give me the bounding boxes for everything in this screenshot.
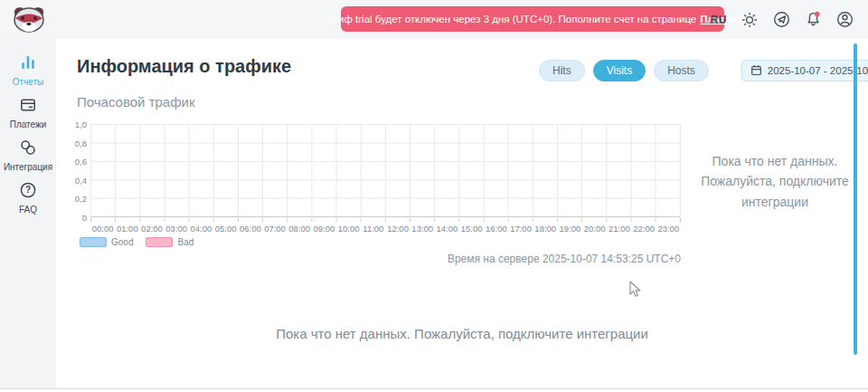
bottom-empty-message: Пока что нет данных. Пожалуйста, подключ… [56, 326, 868, 341]
traffic-controls: Hits Visits Hosts 2025-10-07 - 2025-10-0… [539, 60, 868, 81]
x-tick-label: 17:00 [508, 224, 533, 234]
sidebar-item-label: FAQ [19, 205, 37, 215]
x-axis-labels: 00:0001:0002:0003:0004:0005:0006:0007:00… [90, 224, 681, 234]
sidebar: Отчеты Платежи Интеграция [0, 39, 56, 388]
integration-link-icon [19, 139, 37, 160]
date-range-picker[interactable]: 2025-10-07 - 2025-10-07 [741, 60, 868, 81]
language-selector[interactable]: RU [711, 14, 727, 26]
x-tick-label: 13:00 [410, 224, 435, 234]
legend-item: Good [80, 237, 133, 247]
payments-card-icon [19, 96, 37, 118]
server-time-label: Время на сервере 2025-10-07 14:53:25 UTC… [77, 253, 681, 265]
y-tick-label: 0,2 [75, 194, 87, 204]
sidebar-item-label: Интеграция [4, 162, 52, 172]
app-logo-raccoon-icon[interactable] [12, 4, 46, 34]
chart-plot-area [90, 124, 681, 217]
notification-dot [815, 12, 820, 17]
y-axis-labels: 1,00,80,60,40,20 [73, 124, 89, 217]
x-tick-label: 15:00 [459, 224, 484, 234]
x-tick-label: 02:00 [139, 224, 164, 234]
x-tick-label: 08:00 [288, 224, 312, 234]
legend-swatch [146, 237, 173, 247]
y-tick-label: 0,8 [75, 138, 87, 148]
faq-question-icon: ? [19, 181, 37, 203]
top-header: Тариф trial будет отключен через 3 дня (… [0, 0, 868, 39]
main-content: Информация о трафике Hits Visits Hosts 2… [56, 39, 868, 388]
x-tick-label: 00:00 [90, 224, 115, 234]
calendar-icon [750, 64, 762, 78]
y-tick-label: 0,6 [75, 157, 87, 167]
header-actions: RU [711, 0, 854, 39]
page-title: Информация о трафике [77, 56, 291, 77]
x-tick-label: 05:00 [213, 224, 238, 234]
x-tick-label: 11:00 [361, 224, 385, 234]
trial-banner-text: Тариф trial будет отключен через 3 дня (… [321, 14, 697, 24]
x-tick-label: 09:00 [312, 224, 336, 234]
x-tick-label: 18:00 [533, 224, 558, 234]
x-tick-label: 14:00 [435, 224, 459, 234]
side-empty-message: Пока что нет данных. Пожалуйста, подключ… [693, 151, 857, 212]
sidebar-item-faq[interactable]: ? FAQ [0, 178, 56, 216]
bar-chart-icon [19, 53, 37, 75]
sidebar-item-integration[interactable]: Интеграция [0, 136, 56, 174]
x-tick-label: 22:00 [631, 224, 656, 234]
sidebar-item-label: Отчеты [13, 77, 44, 87]
x-axis-ticks [90, 218, 681, 222]
scrollbar-thumb[interactable] [854, 43, 857, 355]
section-title: Почасовой трафик [77, 94, 195, 110]
mouse-cursor [629, 281, 642, 299]
sidebar-item-payments[interactable]: Платежи [0, 93, 56, 131]
telegram-icon[interactable] [772, 11, 790, 29]
app-window: Тариф trial будет отключен через 3 дня (… [0, 0, 868, 392]
x-tick-label: 04:00 [189, 224, 213, 234]
tab-hits[interactable]: Hits [539, 60, 585, 81]
x-tick-label: 16:00 [484, 224, 508, 234]
svg-text:?: ? [25, 185, 31, 195]
x-tick-label: 06:00 [238, 224, 262, 234]
tab-visits[interactable]: Visits [593, 60, 646, 81]
x-tick-label: 10:00 [336, 224, 361, 234]
x-tick-label: 01:00 [115, 224, 139, 234]
tab-hosts[interactable]: Hosts [654, 60, 709, 81]
x-tick-label: 21:00 [607, 224, 631, 234]
sidebar-item-reports[interactable]: Отчеты [0, 51, 56, 89]
x-tick-label: 19:00 [558, 224, 582, 234]
legend-item: Bad [146, 237, 193, 247]
theme-sun-icon[interactable] [741, 11, 759, 29]
x-tick-label: 07:00 [262, 224, 287, 234]
x-tick-label: 03:00 [165, 224, 189, 234]
chart-legend: GoodBad [80, 237, 193, 247]
sidebar-item-label: Платежи [10, 120, 47, 129]
y-tick-label: 0 [82, 213, 87, 223]
y-tick-label: 1,0 [75, 120, 87, 129]
legend-swatch [80, 237, 107, 247]
legend-label: Good [111, 237, 133, 247]
trial-banner: Тариф trial будет отключен через 3 дня (… [341, 6, 724, 32]
x-tick-label: 12:00 [385, 224, 410, 234]
x-tick-label: 23:00 [656, 224, 681, 234]
hourly-traffic-chart: 1,00,80,60,40,20 00:0001:0002:0003:0004:… [77, 120, 684, 256]
bottom-divider [0, 388, 868, 389]
y-tick-label: 0,4 [75, 175, 87, 185]
profile-icon[interactable] [835, 11, 854, 29]
legend-label: Bad [177, 237, 193, 247]
x-tick-label: 20:00 [582, 224, 607, 234]
notifications-bell-icon[interactable] [804, 11, 822, 29]
